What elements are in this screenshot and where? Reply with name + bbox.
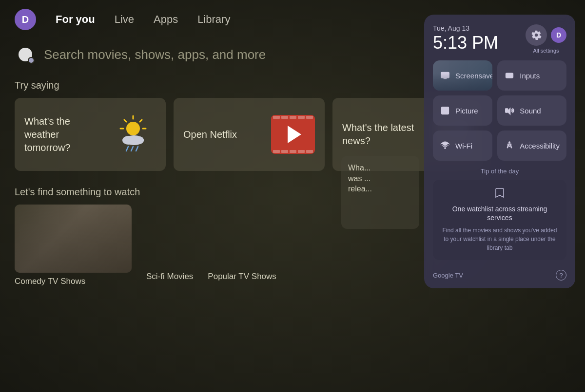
bookmark-icon: [495, 187, 505, 201]
comedy-tv-label: Comedy TV Shows: [15, 277, 85, 286]
accessibility-label: Accessibility: [520, 142, 560, 150]
category-popular-tv[interactable]: Popular TV Shows: [208, 272, 276, 286]
inputs-label: Inputs: [520, 72, 540, 80]
comedy-tv-thumbnail: [15, 205, 132, 273]
svg-line-3: [140, 120, 142, 122]
svg-point-8: [134, 136, 144, 144]
picture-icon: [440, 105, 450, 116]
suggestion-text-weather: What's the weather tomorrow?: [24, 115, 98, 154]
screensaver-label: Screensaver: [455, 72, 492, 80]
suggestion-text-news: What's the latest news?: [342, 121, 415, 148]
google-tv-brand: Google TV: [433, 272, 463, 279]
suggestion-text-netflix: Open Netflix: [183, 128, 237, 141]
assistant-icon: [15, 44, 36, 65]
popular-tv-label: Popular TV Shows: [208, 272, 276, 286]
all-settings-button[interactable]: [526, 24, 547, 46]
tip-description: Find all the movies and shows you've add…: [440, 226, 560, 252]
suggestion-card-netflix[interactable]: Open Netflix: [174, 98, 325, 171]
date-display: Tue, Aug 13: [433, 24, 526, 32]
search-placeholder[interactable]: Search movies, shows, apps, and more: [44, 47, 266, 62]
sound-icon: [504, 105, 515, 116]
inputs-button[interactable]: Inputs: [497, 60, 566, 91]
scifi-label: Sci-fi Movies: [146, 272, 193, 286]
partial-suggestion-card: Wha...was ...relea...: [341, 156, 419, 229]
nav-live[interactable]: Live: [115, 13, 134, 26]
suggestion-card-weather[interactable]: What's the weather tomorrow?: [15, 98, 166, 171]
help-button[interactable]: ?: [556, 270, 566, 280]
main-content: D For you Live Apps Library Search movie…: [0, 0, 585, 392]
svg-line-10: [131, 147, 133, 151]
datetime-block: Tue, Aug 13 5:13 PM: [433, 24, 526, 53]
picture-button[interactable]: Picture: [433, 95, 492, 126]
nav-library[interactable]: Library: [197, 13, 230, 26]
category-comedy-tv[interactable]: Comedy TV Shows: [15, 205, 132, 286]
settings-grid: Screensaver Inputs: [433, 60, 566, 161]
svg-point-18: [509, 142, 510, 143]
svg-point-17: [445, 148, 446, 149]
inputs-icon: [504, 70, 515, 81]
tip-card: One watchlist across streaming services …: [433, 180, 566, 260]
partial-card-text: Wha...was ...relea...: [348, 164, 372, 193]
tip-section: Tip of the day One watchlist across stre…: [433, 168, 566, 260]
wifi-icon: [440, 140, 450, 151]
accessibility-button[interactable]: Accessibility: [497, 131, 566, 161]
wifi-button[interactable]: Wi-Fi: [433, 131, 492, 161]
panel-header: Tue, Aug 13 5:13 PM D All settings: [433, 24, 566, 54]
svg-point-0: [126, 122, 140, 135]
nav-links: For you Live Apps Library: [56, 13, 230, 26]
panel-footer: Google TV ?: [433, 267, 566, 280]
picture-label: Picture: [455, 107, 478, 115]
weather-icon: [112, 112, 156, 156]
sound-label: Sound: [520, 107, 541, 115]
accessibility-icon: [504, 140, 515, 151]
category-scifi[interactable]: Sci-fi Movies: [146, 272, 193, 286]
tip-of-day-label: Tip of the day: [433, 168, 566, 175]
svg-line-4: [124, 120, 126, 122]
quick-settings-panel: Tue, Aug 13 5:13 PM D All settings: [424, 15, 575, 288]
wifi-label: Wi-Fi: [455, 142, 472, 150]
panel-user-avatar[interactable]: D: [551, 27, 566, 43]
netflix-icon: [271, 112, 315, 156]
svg-rect-16: [506, 109, 508, 112]
time-display: 5:13 PM: [433, 33, 526, 53]
svg-point-7: [122, 136, 134, 145]
svg-line-11: [136, 147, 138, 151]
svg-line-9: [126, 147, 128, 151]
nav-for-you[interactable]: For you: [56, 13, 95, 26]
tip-title: One watchlist across streaming services: [440, 205, 560, 222]
nav-apps[interactable]: Apps: [154, 13, 178, 26]
all-settings-label: All settings: [533, 48, 559, 54]
sound-button[interactable]: Sound: [497, 95, 566, 126]
svg-point-15: [443, 109, 445, 110]
svg-rect-12: [441, 72, 449, 78]
screensaver-button[interactable]: Screensaver: [433, 60, 492, 91]
user-avatar[interactable]: D: [15, 9, 36, 30]
screensaver-icon: [440, 70, 450, 81]
